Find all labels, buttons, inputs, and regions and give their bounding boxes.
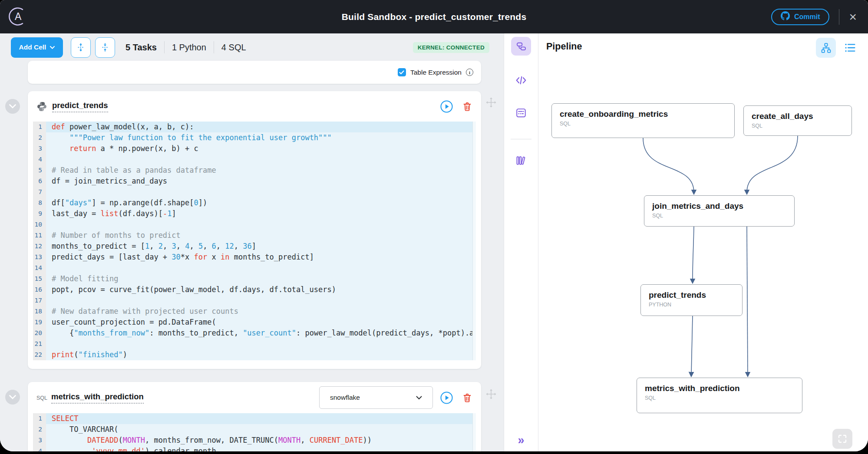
cell-name[interactable]: metrics_with_prediction [51,392,144,404]
fullscreen-button[interactable] [832,429,852,449]
sql-count: 4 SQL [221,43,246,53]
node-type-label: SQL [752,123,844,129]
pipeline-graph: create_onboarding_metricsSQLcreate_all_d… [538,33,868,451]
code-line[interactable]: 5# Read in table as a pandas dataframe [33,165,476,176]
app-header: A Build Sandbox - predict_customer_trend… [0,0,868,33]
code-text: months_to_predict = [1, 2, 3, 4, 5, 6, 1… [46,241,476,252]
notebook-toolbar: Add Cell [0,33,504,61]
code-text: return a * np.power(x, b) + c [46,143,476,154]
kernel-status-badge: KERNEL: CONNECTED [413,42,489,53]
sidebar-item-schedule[interactable] [515,107,527,118]
commit-button[interactable]: Commit [771,9,830,25]
cell-metrics-with-prediction: SQL metrics_with_prediction snowflake [28,382,481,451]
line-number: 18 [33,306,46,317]
line-number: 7 [33,187,46,197]
pipeline-node-create_onboarding_metrics[interactable]: create_onboarding_metricsSQL [551,103,735,138]
collapse-all-cells-button[interactable] [95,37,115,58]
line-number: 1 [33,413,46,424]
code-line[interactable]: 19user_count_projection = pd.DataFrame( [33,317,476,328]
sidebar-item-code[interactable] [515,75,527,86]
code-text: last_day = list(df.days)[-1] [46,208,476,219]
trash-icon [462,392,472,403]
line-number: 2 [33,132,46,143]
tasks-count: 5 Tasks [125,43,157,53]
sidebar-item-pipeline[interactable] [511,37,531,56]
node-title: metrics_with_prediction [645,384,794,393]
code-editor[interactable]: 1SELECT2 TO_VARCHAR(3 DATEADD(MONTH, mon… [33,413,476,451]
pipeline-node-create_all_days[interactable]: create_all_daysSQL [743,105,852,136]
move-cell-handle[interactable] [485,388,497,400]
table-expression-checkbox[interactable] [398,68,406,76]
code-line[interactable]: 7 [33,187,476,197]
code-line[interactable]: 17 [33,295,476,306]
code-line[interactable]: 14 [33,263,476,273]
warehouse-select[interactable]: snowflake [319,386,433,409]
code-line[interactable]: 6df = join_metrics_and_days [33,176,476,187]
code-line[interactable]: 13predict_days = [last_day + 30*x for x … [33,252,476,263]
code-line[interactable]: 4 ,'yyyy-mm-dd') calendar_month, [33,446,476,451]
line-number: 21 [33,339,46,349]
code-line[interactable]: 21 [33,339,476,349]
chevron-down-icon [416,396,422,400]
code-text: def power_law_model(x, a, b, c): [46,122,476,132]
run-cell-button[interactable] [440,391,453,405]
code-line[interactable]: 20 {"months_from_now": months_to_predict… [33,328,476,339]
node-type-label: SQL [652,213,786,219]
window-title: Build Sandbox - predict_customer_trends [0,12,868,22]
sidebar-item-library[interactable] [515,155,527,166]
move-cell-handle[interactable] [485,97,497,108]
node-type-label: PYTHON [649,302,734,308]
code-line[interactable]: 2 TO_VARCHAR( [33,424,476,435]
code-line[interactable]: 15# Model fitting [33,273,476,284]
pipeline-edge-create_all_days-to-join_metrics_and_days [747,136,798,192]
collapse-vertical-icon [100,43,110,52]
sidebar-divider [511,139,531,139]
node-title: predict_trends [649,290,734,300]
code-text: {"months_from_now": months_to_predict, "… [46,328,476,339]
code-text [46,187,476,197]
info-icon[interactable]: i [466,69,473,76]
code-text: DATEADD(MONTH, months_from_now, DATE_TRU… [46,435,476,446]
code-text: # Read in table as a pandas dataframe [46,165,476,176]
code-line[interactable]: 9last_day = list(df.days)[-1] [33,208,476,219]
sidebar-expand-icon[interactable]: » [518,434,524,447]
python-count: 1 Python [172,43,206,53]
add-cell-button[interactable]: Add Cell [11,37,63,58]
code-line[interactable]: 3 DATEADD(MONTH, months_from_now, DATE_T… [33,435,476,446]
pipeline-node-predict_trends[interactable]: predict_trendsPYTHON [640,284,743,316]
code-text: # Model fitting [46,273,476,284]
pipeline-node-metrics_with_prediction[interactable]: metrics_with_predictionSQL [637,378,802,413]
code-line[interactable]: 1SELECT [33,413,476,424]
pipeline-node-join_metrics_and_days[interactable]: join_metrics_and_daysSQL [644,195,795,227]
line-number: 9 [33,208,46,219]
expand-all-cells-button[interactable] [71,37,91,58]
close-icon[interactable]: × [849,10,857,23]
code-line[interactable]: 11# Number of months to predict [33,230,476,241]
editor-scrollbar[interactable] [472,413,476,451]
collapse-cell-button[interactable] [5,390,20,405]
play-icon [440,100,453,113]
code-line[interactable]: 18# New dataframe with projected user co… [33,306,476,317]
collapse-cell-button[interactable] [5,99,20,114]
delete-cell-button[interactable] [462,392,472,403]
code-line[interactable]: 12months_to_predict = [1, 2, 3, 4, 5, 6,… [33,241,476,252]
run-cell-button[interactable] [440,100,453,113]
editor-scrollbar[interactable] [472,122,476,360]
code-editor[interactable]: 1def power_law_model(x, a, b, c):2 """Po… [33,122,476,360]
code-line[interactable]: 16popt, pcov = curve_fit(power_law_model… [33,284,476,295]
cell-name[interactable]: predict_trends [52,101,108,112]
code-line[interactable]: 22print("finished") [33,349,476,360]
delete-cell-button[interactable] [462,101,472,112]
move-icon [485,97,497,108]
code-line[interactable]: 2 """Power law function to fit the expon… [33,132,476,143]
code-line[interactable]: 1def power_law_model(x, a, b, c): [33,122,476,132]
code-line[interactable]: 10 [33,219,476,230]
github-icon [781,11,790,22]
code-line[interactable]: 4 [33,154,476,165]
line-number: 12 [33,241,46,252]
code-text [46,219,476,230]
line-number: 20 [33,328,46,339]
code-line[interactable]: 8df["days"] = np.arange(df.shape[0]) [33,197,476,208]
line-number: 1 [33,122,46,132]
code-line[interactable]: 3 return a * np.power(x, b) + c [33,143,476,154]
